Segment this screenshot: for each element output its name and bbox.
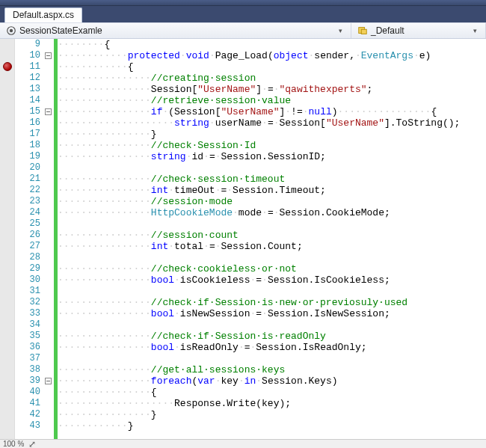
line-number: 41 <box>15 398 40 409</box>
line-number: 25 <box>15 218 40 230</box>
line-number: 15 <box>15 106 40 117</box>
outline-collapse-toggle[interactable] <box>45 378 52 384</box>
code-line[interactable]: ················//retrieve·session·value <box>58 95 486 106</box>
line-number: 19 <box>15 151 40 162</box>
code-line[interactable]: ················//session·count <box>58 230 486 241</box>
code-line[interactable]: ················int·total·=·Session.Coun… <box>58 241 486 252</box>
code-line[interactable]: ················foreach(var·key·in·Sessi… <box>58 375 486 387</box>
line-number: 28 <box>15 252 40 263</box>
zoom-level[interactable]: 100 % <box>3 440 24 448</box>
line-number: 42 <box>15 409 40 420</box>
code-line[interactable]: ················if·(Session["UserName"]·… <box>58 106 486 117</box>
code-line[interactable]: ····················string·userName·=·Se… <box>58 117 486 129</box>
line-number: 13 <box>15 84 40 95</box>
line-number: 18 <box>15 140 40 151</box>
chevron-down-icon: ▾ <box>336 26 345 35</box>
namespace-icon <box>6 25 16 36</box>
code-line[interactable]: ················//check·if·Session·is·re… <box>58 331 486 342</box>
code-line[interactable] <box>58 252 486 263</box>
member-label: _Default <box>371 25 405 36</box>
code-line[interactable]: ················bool·isReadOnly·=·Sessio… <box>58 342 486 353</box>
line-number: 26 <box>15 230 40 241</box>
line-number: 35 <box>15 331 40 342</box>
class-icon <box>357 25 368 36</box>
line-number: 11 <box>15 61 40 73</box>
line-number: 17 <box>15 129 40 140</box>
navigation-bar: SessionStateExamle ▾ _Default ▾ <box>0 22 486 39</box>
breakpoint-marker[interactable] <box>3 62 12 71</box>
code-line[interactable]: ················bool·isNewSession·=·Sess… <box>58 308 486 319</box>
line-number: 34 <box>15 319 40 331</box>
code-line[interactable]: ················string·id·=·Session.Sess… <box>58 151 486 162</box>
svg-point-1 <box>10 29 13 32</box>
line-number: 30 <box>15 274 40 286</box>
outline-margin[interactable] <box>43 39 54 439</box>
line-number-gutter: 9101112131415161718192021222324252627282… <box>15 39 43 439</box>
code-line[interactable]: ················Session["UserName"]·=·"q… <box>58 84 486 95</box>
code-line[interactable]: ····················Response.Write(key); <box>58 398 486 409</box>
expand-icon[interactable]: ⤢ <box>28 441 36 448</box>
code-line[interactable]: ········{ <box>58 39 486 50</box>
code-line[interactable]: ············} <box>58 420 486 432</box>
line-number: 36 <box>15 342 40 353</box>
code-line[interactable]: ················bool·isCookieless·=·Sess… <box>58 274 486 286</box>
code-line[interactable]: ················{ <box>58 387 486 398</box>
line-number: 21 <box>15 174 40 185</box>
line-number: 33 <box>15 308 40 319</box>
code-line[interactable] <box>58 218 486 230</box>
line-number: 14 <box>15 95 40 106</box>
code-line[interactable]: ················//creating·session <box>58 73 486 84</box>
document-tab-label: Default.aspx.cs <box>13 10 74 20</box>
breakpoint-margin[interactable] <box>0 39 15 439</box>
code-line[interactable]: ················//check·if·Session·is·ne… <box>58 297 486 308</box>
line-number: 27 <box>15 241 40 252</box>
code-line[interactable] <box>58 319 486 331</box>
code-line[interactable] <box>58 353 486 364</box>
line-number: 40 <box>15 387 40 398</box>
line-number: 9 <box>15 39 40 50</box>
line-number: 39 <box>15 375 40 387</box>
line-number: 12 <box>15 73 40 84</box>
code-line[interactable]: ················//check·Session·Id <box>58 140 486 151</box>
scope-dropdown[interactable]: SessionStateExamle ▾ <box>0 23 351 38</box>
code-line[interactable]: ················int·timeOut·=·Session.Ti… <box>58 185 486 196</box>
line-number: 22 <box>15 185 40 196</box>
code-line[interactable]: ············protected·void·Page_Load(obj… <box>58 50 486 61</box>
code-line[interactable]: ················//check·cookieless·or·no… <box>58 263 486 274</box>
line-number: 31 <box>15 286 40 297</box>
line-number: 24 <box>15 207 40 218</box>
line-number: 10 <box>15 50 40 61</box>
code-line[interactable]: ················//session·mode <box>58 196 486 207</box>
member-dropdown[interactable]: _Default ▾ <box>351 23 486 38</box>
outline-collapse-toggle[interactable] <box>45 108 52 115</box>
line-number: 43 <box>15 420 40 432</box>
line-number: 23 <box>15 196 40 207</box>
outline-collapse-toggle[interactable] <box>45 52 52 59</box>
code-line[interactable]: ················HttpCookieMode·mode·=·Se… <box>58 207 486 218</box>
line-number: 16 <box>15 117 40 129</box>
line-number: 38 <box>15 364 40 375</box>
line-number: 32 <box>15 297 40 308</box>
line-number: 37 <box>15 353 40 364</box>
code-line[interactable]: ················} <box>58 409 486 420</box>
code-line[interactable] <box>58 162 486 174</box>
scope-label: SessionStateExamle <box>19 25 102 36</box>
code-area[interactable]: ········{············protected·void·Page… <box>58 39 486 439</box>
svg-rect-3 <box>361 29 366 34</box>
code-line[interactable] <box>58 286 486 297</box>
code-line[interactable]: ············{ <box>58 61 486 73</box>
chevron-down-icon: ▾ <box>470 26 479 35</box>
line-number: 20 <box>15 162 40 174</box>
code-line[interactable]: ················//get·all·sessions·keys <box>58 364 486 375</box>
titlebar-strip <box>0 0 486 6</box>
code-editor[interactable]: 9101112131415161718192021222324252627282… <box>0 39 486 439</box>
code-line[interactable]: ················} <box>58 129 486 140</box>
status-bar: 100 % ⤢ <box>0 439 486 448</box>
document-tab-strip: Default.aspx.cs <box>0 6 486 22</box>
document-tab-active[interactable]: Default.aspx.cs <box>4 7 82 22</box>
line-number: 29 <box>15 263 40 274</box>
code-line[interactable]: ················//check·session·timeout <box>58 174 486 185</box>
